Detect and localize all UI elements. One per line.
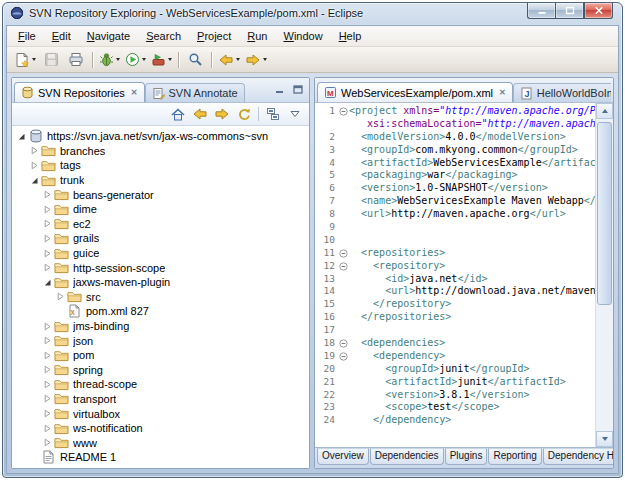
tree-item-beans-generator[interactable]: beans-generator [12, 187, 309, 202]
home-button[interactable] [168, 105, 188, 123]
menu-navigate[interactable]: Navigate [79, 28, 138, 45]
collapse-arrow-icon[interactable] [29, 176, 40, 185]
tree-item-jaxws-maven-plugin[interactable]: jaxws-maven-plugin [12, 275, 309, 290]
close-icon[interactable]: ✕ [499, 88, 506, 97]
editor-tab-webservicesexample-pom-xml[interactable]: MWebServicesExample/pom.xml✕ [317, 82, 513, 102]
tree-item-src[interactable]: src [12, 290, 309, 305]
editor-tab-helloworldboimpl-java[interactable]: JHelloWorldBoImpl.java [513, 83, 611, 102]
tree-item-guice[interactable]: guice [12, 246, 309, 261]
minimize-button[interactable] [527, 3, 555, 19]
dropdown-arrow-icon[interactable] [236, 58, 240, 61]
close-icon[interactable]: ✕ [131, 88, 138, 97]
minimize-view-button[interactable] [273, 83, 287, 96]
title-bar[interactable]: SVN Repository Exploring - WebServicesEx… [3, 3, 622, 22]
menu-help[interactable]: Help [331, 28, 370, 45]
scrollbar-track[interactable] [596, 119, 613, 431]
search-button[interactable] [183, 49, 207, 70]
tree-item-pom-xml-827[interactable]: Xpom.xml 827 [12, 304, 309, 319]
tree-item-ws-notification[interactable]: ws-notification [12, 421, 309, 436]
source-lines[interactable]: 1<project xmlns="http://maven.apache.org… [315, 103, 595, 447]
tree-item-virtualbox[interactable]: virtualbox [12, 406, 309, 421]
tree-item-transport[interactable]: transport [12, 392, 309, 407]
pom-editor-tab-overview[interactable]: Overview [317, 448, 369, 465]
menu-window[interactable]: Window [275, 28, 330, 45]
maximize-view-button[interactable] [291, 83, 305, 96]
view-tab-svn-annotate[interactable]: SVN Annotate [145, 83, 245, 102]
tree-item-thread-scope[interactable]: thread-scope [12, 377, 309, 392]
tree-item-tags[interactable]: tags [12, 158, 309, 173]
close-button[interactable] [584, 3, 613, 19]
tree-item-www[interactable]: www [12, 435, 309, 450]
expand-arrow-icon[interactable] [42, 249, 53, 258]
view-tab-svn-repositories[interactable]: SVN Repositories✕ [14, 82, 145, 102]
menu-edit[interactable]: Edit [44, 28, 79, 45]
menu-project[interactable]: Project [189, 28, 239, 45]
collapse-arrow-icon[interactable] [16, 132, 27, 141]
collapse-arrow-icon[interactable] [42, 278, 53, 287]
pom-editor-tab-dependency-hierarchy[interactable]: Dependency Hierarchy [543, 448, 613, 465]
tree-item-pom[interactable]: pom [12, 348, 309, 363]
tree-item-json[interactable]: json [12, 333, 309, 348]
tree-item-https-svn-java-net-svn-jax-ws-commons-svn[interactable]: https://svn.java.net/svn/jax-ws-commons~… [12, 129, 309, 144]
print-button[interactable] [64, 49, 88, 70]
expand-arrow-icon[interactable] [42, 234, 53, 243]
forward-button[interactable] [212, 105, 232, 123]
refresh-button[interactable] [234, 105, 254, 123]
dropdown-arrow-icon[interactable] [168, 58, 172, 61]
expand-arrow-icon[interactable] [42, 380, 53, 389]
tree-item-jms-binding[interactable]: jms-binding [12, 319, 309, 334]
save-button[interactable] [39, 49, 63, 70]
svn-tree[interactable]: https://svn.java.net/svn/jax-ws-commons~… [12, 126, 309, 468]
scroll-down-button[interactable] [596, 431, 613, 447]
expand-arrow-icon[interactable] [42, 365, 53, 374]
debug-button[interactable] [97, 49, 122, 70]
back-button[interactable] [190, 105, 210, 123]
dropdown-arrow-icon[interactable] [142, 58, 146, 61]
fold-marker-icon[interactable] [337, 247, 349, 260]
tree-item-grails[interactable]: grails [12, 231, 309, 246]
expand-arrow-icon[interactable] [42, 394, 53, 403]
tree-item-readme-1[interactable]: README 1 [12, 450, 309, 465]
fold-marker-icon[interactable] [337, 260, 349, 273]
maximize-button[interactable] [555, 3, 584, 19]
expand-arrow-icon[interactable] [42, 322, 53, 331]
tree-item-trunk[interactable]: trunk [12, 173, 309, 188]
dropdown-arrow-icon[interactable] [32, 58, 36, 61]
pom-editor-tab-plugins[interactable]: Plugins [445, 448, 488, 465]
tree-item-branches[interactable]: branches [12, 144, 309, 159]
scroll-up-button[interactable] [596, 103, 613, 119]
expand-arrow-icon[interactable] [29, 161, 40, 170]
fold-marker-icon[interactable] [337, 337, 349, 350]
dropdown-arrow-icon[interactable] [116, 58, 120, 61]
tree-item-http-session-scope[interactable]: http-session-scope [12, 260, 309, 275]
collapse-all-button[interactable] [263, 105, 283, 123]
menu-search[interactable]: Search [138, 28, 189, 45]
expand-arrow-icon[interactable] [55, 292, 66, 301]
tree-item-dime[interactable]: dime [12, 202, 309, 217]
run-button[interactable] [123, 49, 148, 70]
view-menu-button[interactable] [285, 105, 305, 123]
pom-editor-tab-reporting[interactable]: Reporting [488, 448, 541, 465]
pom-editor-tab-dependencies[interactable]: Dependencies [370, 448, 444, 465]
expand-arrow-icon[interactable] [42, 190, 53, 199]
external-tools-button[interactable] [149, 49, 174, 70]
back-button[interactable] [216, 49, 242, 70]
expand-arrow-icon[interactable] [42, 336, 53, 345]
dropdown-arrow-icon[interactable] [263, 58, 267, 61]
menu-run[interactable]: Run [239, 28, 275, 45]
fold-marker-icon[interactable] [337, 105, 349, 118]
tree-item-ec2[interactable]: ec2 [12, 217, 309, 232]
menu-file[interactable]: File [10, 28, 44, 45]
expand-arrow-icon[interactable] [42, 263, 53, 272]
expand-arrow-icon[interactable] [42, 219, 53, 228]
scrollbar-thumb[interactable] [597, 122, 612, 305]
expand-arrow-icon[interactable] [42, 205, 53, 214]
expand-arrow-icon[interactable] [42, 409, 53, 418]
expand-arrow-icon[interactable] [29, 146, 40, 155]
fold-marker-icon[interactable] [337, 350, 349, 363]
expand-arrow-icon[interactable] [42, 351, 53, 360]
new-wizard-button[interactable] [12, 49, 38, 70]
expand-arrow-icon[interactable] [42, 424, 53, 433]
expand-arrow-icon[interactable] [42, 438, 53, 447]
forward-button[interactable] [243, 49, 269, 70]
